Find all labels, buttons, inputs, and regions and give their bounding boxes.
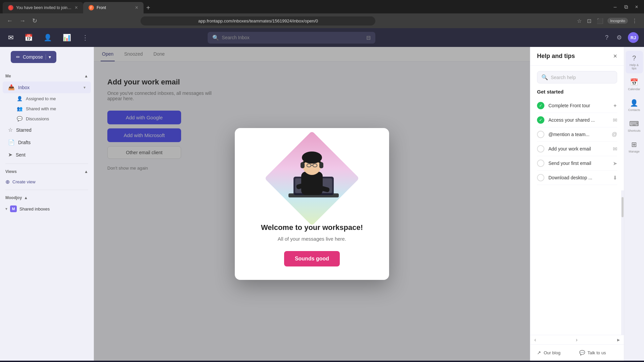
checklist-item-desktop[interactable]: Download desktop ... ⬇ bbox=[537, 171, 617, 185]
nav-refresh[interactable]: ↻ bbox=[31, 16, 39, 26]
search-icon: 🔍 bbox=[212, 35, 219, 41]
tab-close-invited[interactable]: × bbox=[75, 5, 78, 11]
shared-icon: ✉ bbox=[613, 117, 617, 123]
tab-title-front: Front bbox=[97, 5, 106, 10]
shared-with-me-label: Shared with me bbox=[26, 106, 56, 111]
tab-close-front[interactable]: × bbox=[135, 5, 138, 11]
tab-front[interactable]: F Front × bbox=[83, 2, 144, 13]
browser-chrome: 🔴 You have been invited to join Fro... ×… bbox=[0, 0, 644, 28]
contacts-toolbar-icon[interactable]: 👤 bbox=[41, 31, 55, 44]
settings-toolbar-btn[interactable]: ⚙ bbox=[614, 32, 624, 43]
checklist-label-work-email: Add your work email bbox=[548, 146, 609, 152]
sidebar: ✏ Compose ▾ Me ▲ 📥 Inbox ▾ 👤 Assigned to… bbox=[0, 47, 94, 361]
app: ✉ 📅 👤 📊 ⋮ 🔍 ⊟ ? ⚙ RJ ✏ Compose ▾ bbox=[0, 28, 644, 361]
assigned-label: Assigned to me bbox=[26, 96, 56, 101]
shared-with-me-icon: 👥 bbox=[17, 106, 22, 111]
checklist-item-mention[interactable]: @mention a team... @ bbox=[537, 127, 617, 142]
talk-button[interactable]: 💬 Talk to us bbox=[579, 350, 618, 355]
sidebar-item-inbox[interactable]: 📥 Inbox ▾ bbox=[3, 81, 91, 93]
search-bar[interactable]: 🔍 ⊟ bbox=[208, 32, 375, 44]
more-toolbar-icon[interactable]: ⋮ bbox=[79, 31, 91, 44]
checklist-item-shared[interactable]: ✓ Access your shared ... ✉ bbox=[537, 113, 617, 127]
sidebar-item-assigned[interactable]: 👤 Assigned to me bbox=[3, 94, 91, 103]
mention-icon: @ bbox=[612, 131, 617, 137]
right-panel-item-shortcuts[interactable]: ⌨ Shortcuts bbox=[626, 116, 643, 136]
scrollbar-thumb[interactable] bbox=[622, 197, 624, 217]
help-search-box[interactable]: 🔍 bbox=[537, 71, 617, 83]
sidebar-item-drafts[interactable]: 📄 Drafts bbox=[3, 136, 91, 148]
inbox-toolbar-icon[interactable]: ✉ bbox=[5, 31, 16, 44]
check-todo-icon-mention bbox=[537, 131, 544, 138]
scroll-nav-btn[interactable]: ▸ bbox=[617, 337, 620, 343]
sidebar-item-discussions[interactable]: 💬 Discussions bbox=[3, 114, 91, 123]
menu-btn[interactable]: ⋮ bbox=[631, 16, 639, 25]
create-view-item[interactable]: ⊕ Create view bbox=[0, 177, 94, 187]
user-avatar[interactable]: RJ bbox=[628, 32, 639, 43]
checklist-label-shared: Access your shared ... bbox=[548, 117, 609, 123]
blog-button[interactable]: ↗ Our blog bbox=[537, 350, 575, 355]
svg-rect-7 bbox=[319, 162, 323, 168]
window-close[interactable]: × bbox=[632, 2, 641, 12]
compose-dropdown-icon[interactable]: ▾ bbox=[46, 54, 51, 60]
help-close-button[interactable]: × bbox=[613, 52, 617, 60]
manage-panel-label: Manage bbox=[629, 150, 640, 153]
search-input[interactable] bbox=[222, 35, 364, 40]
window-restore[interactable]: ⧉ bbox=[621, 2, 631, 12]
checklist-label-desktop: Download desktop ... bbox=[548, 175, 609, 180]
help-search-icon: 🔍 bbox=[541, 74, 548, 80]
calendar-toolbar-icon[interactable]: 📅 bbox=[22, 31, 36, 44]
compose-button[interactable]: ✏ Compose ▾ bbox=[11, 51, 56, 63]
right-panel-item-contacts[interactable]: 👤 Contacts bbox=[626, 96, 643, 115]
drafts-label: Drafts bbox=[18, 140, 31, 145]
views-chevron-icon: ▲ bbox=[84, 169, 88, 174]
inbox-label: Inbox bbox=[18, 85, 30, 90]
contacts-panel-icon: 👤 bbox=[630, 99, 638, 107]
cast-btn[interactable]: ⊡ bbox=[586, 16, 593, 25]
nav-back[interactable]: ← bbox=[5, 16, 14, 26]
charts-toolbar-icon[interactable]: 📊 bbox=[60, 31, 74, 44]
scroll-left-btn[interactable]: ‹ bbox=[534, 337, 536, 343]
inbox-collapse-icon: ▾ bbox=[84, 85, 86, 90]
assigned-icon: 👤 bbox=[17, 96, 22, 101]
sidebar-divider-2 bbox=[5, 190, 88, 190]
shared-inbox-icon: M bbox=[10, 205, 17, 212]
welcome-modal: Welcome to your workspace! All of your m… bbox=[235, 128, 389, 280]
help-toolbar-btn[interactable]: ? bbox=[603, 32, 610, 43]
right-panel-item-help[interactable]: ? Help & tips bbox=[626, 51, 643, 73]
checklist-item-first-email[interactable]: Send your first email ➤ bbox=[537, 156, 617, 171]
org-chevron-icon: ▲ bbox=[24, 195, 28, 200]
sidebar-item-sent[interactable]: ➤ Sent bbox=[3, 149, 91, 161]
tab-icon-invited: 🔴 bbox=[8, 5, 13, 10]
tab-invited[interactable]: 🔴 You have been invited to join Fro... × bbox=[3, 2, 83, 13]
scroll-right-btn[interactable]: › bbox=[576, 337, 578, 343]
search-filter-icon[interactable]: ⊟ bbox=[366, 35, 371, 41]
checklist-item-tour[interactable]: ✓ Complete Front tour ✦ bbox=[537, 99, 617, 113]
address-input[interactable]: app.frontapp.com/inboxes/teammates/15619… bbox=[141, 16, 375, 25]
org-label[interactable]: Moodjoy ▲ bbox=[5, 195, 88, 200]
right-panel-item-manage[interactable]: ⊞ Manage bbox=[626, 137, 643, 157]
help-panel-label: Help & tips bbox=[628, 63, 640, 70]
svg-rect-6 bbox=[301, 162, 305, 168]
window-minimize[interactable]: – bbox=[610, 2, 620, 12]
sidebar-item-shared-inbox[interactable]: ▾ M Shared inboxes bbox=[3, 203, 91, 214]
desktop-icon: ⬇ bbox=[613, 175, 617, 181]
nav-forward[interactable]: → bbox=[18, 16, 27, 26]
bookmark-btn[interactable]: ☆ bbox=[576, 16, 583, 25]
checklist-item-work-email[interactable]: Add your work email ✉ bbox=[537, 142, 617, 156]
scrollbar-track[interactable] bbox=[621, 190, 624, 335]
sidebar-item-starred[interactable]: ☆ Starred bbox=[3, 124, 91, 136]
get-started-section: Get started ✓ Complete Front tour ✦ ✓ Ac… bbox=[530, 89, 624, 190]
tab-icon-front: F bbox=[89, 5, 94, 10]
sounds-good-button[interactable]: Sounds good bbox=[284, 251, 340, 266]
views-section-label[interactable]: Views ▲ bbox=[0, 167, 94, 177]
org-name: Moodjoy bbox=[5, 195, 22, 200]
sent-icon: ➤ bbox=[8, 152, 12, 158]
help-search-input[interactable] bbox=[551, 75, 613, 80]
tab-title-invited: You have been invited to join Fro... bbox=[16, 5, 72, 10]
right-panel-item-calendar[interactable]: 📅 Calendar bbox=[626, 75, 643, 94]
browser-actions: ☆ ⊡ ⬛ Incognito ⋮ bbox=[576, 16, 639, 25]
new-tab-button[interactable]: + bbox=[144, 3, 153, 13]
sidebar-item-shared[interactable]: 👥 Shared with me bbox=[3, 104, 91, 113]
extensions-btn[interactable]: ⬛ bbox=[595, 16, 605, 25]
me-section-label[interactable]: Me ▲ bbox=[0, 71, 94, 81]
